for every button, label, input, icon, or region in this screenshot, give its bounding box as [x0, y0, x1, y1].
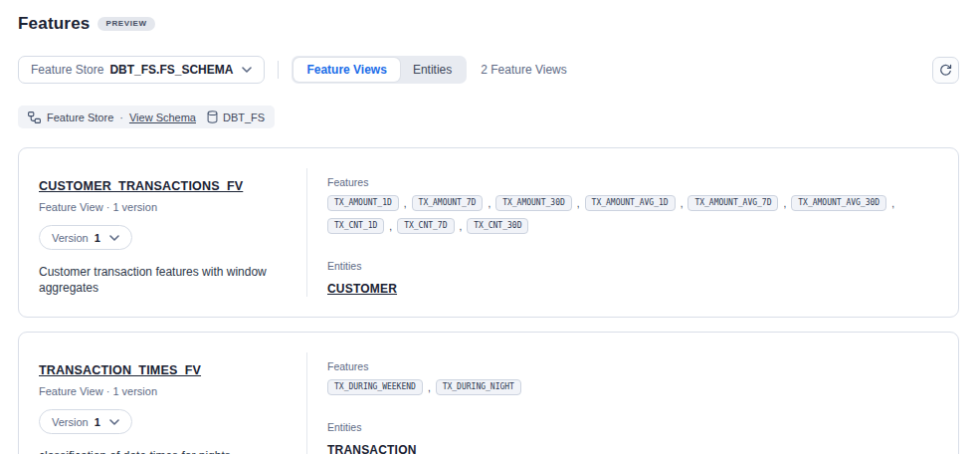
- page-title: Features: [18, 14, 90, 34]
- chevron-down-icon: [242, 67, 252, 73]
- feature-chip: TX_AMOUNT_1D: [327, 195, 399, 211]
- card-left-column: TRANSACTION_TIMES_FV Feature View · 1 ve…: [19, 352, 307, 454]
- tab-feature-views[interactable]: Feature Views: [294, 58, 399, 82]
- card-left-column: CUSTOMER_TRANSACTIONS_FV Feature View · …: [19, 168, 307, 297]
- feature-chip: TX_CNT_7D: [397, 218, 454, 234]
- breadcrumb-separator: ·: [119, 112, 123, 123]
- feature-chips: TX_DURING_WEEKEND,TX_DURING_NIGHT: [327, 379, 938, 395]
- version-dropdown[interactable]: Version 1: [39, 225, 132, 250]
- entities-section-label: Entities: [327, 421, 938, 433]
- features-section-label: Features: [327, 176, 938, 188]
- chip-comma-separator: ,: [389, 221, 392, 232]
- feature-chips: TX_AMOUNT_1D,TX_AMOUNT_7D,TX_AMOUNT_30D,…: [327, 195, 938, 234]
- feature-view-card: TRANSACTION_TIMES_FV Feature View · 1 ve…: [18, 332, 959, 454]
- entity-links: TRANSACTION: [327, 440, 938, 454]
- version-value: 1: [95, 232, 100, 244]
- entity-links: CUSTOMER: [327, 279, 938, 297]
- breadcrumb: Feature Store · View Schema DBT_FS: [18, 106, 275, 128]
- entity-link[interactable]: CUSTOMER: [327, 282, 397, 296]
- chip-comma-separator: ,: [460, 221, 463, 232]
- chevron-down-icon: [109, 419, 119, 425]
- chip-comma-separator: ,: [681, 198, 684, 209]
- breadcrumb-database: DBT_FS: [207, 111, 265, 123]
- feature-chip: TX_AMOUNT_7D: [412, 195, 484, 211]
- feature-store-value: DBT_FS.FS_SCHEMA: [109, 63, 233, 77]
- refresh-button[interactable]: [932, 57, 959, 84]
- entities-section-label: Entities: [327, 260, 938, 272]
- features-page: Features PREVIEW Feature Store DBT_FS.FS…: [0, 0, 980, 454]
- card-right-column: Features TX_DURING_WEEKEND,TX_DURING_NIG…: [307, 352, 958, 454]
- features-section-label: Features: [327, 360, 938, 372]
- chip-comma-separator: ,: [428, 382, 431, 393]
- feature-view-title-link[interactable]: CUSTOMER_TRANSACTIONS_FV: [39, 179, 243, 193]
- view-switcher: Feature Views Entities: [292, 56, 467, 84]
- feature-view-description: Customer transaction features with windo…: [39, 264, 287, 296]
- feature-chip: TX_DURING_WEEKEND: [327, 379, 423, 395]
- feature-view-subtitle: Feature View · 1 version: [39, 201, 287, 213]
- feature-chip: TX_AMOUNT_30D: [495, 195, 572, 211]
- entities-section: Entities TRANSACTION: [327, 421, 938, 454]
- feature-view-card: CUSTOMER_TRANSACTIONS_FV Feature View · …: [18, 147, 959, 318]
- feature-store-icon: [28, 112, 41, 123]
- page-header: Features PREVIEW: [18, 12, 959, 34]
- version-value: 1: [95, 416, 100, 428]
- chip-comma-separator: ,: [891, 198, 894, 209]
- feature-chip: TX_CNT_1D: [327, 218, 384, 234]
- feature-store-label: Feature Store: [31, 63, 103, 77]
- database-icon: [207, 111, 218, 123]
- feature-store-dropdown[interactable]: Feature Store DBT_FS.FS_SCHEMA: [18, 56, 265, 84]
- chevron-down-icon: [109, 235, 119, 241]
- view-schema-link[interactable]: View Schema: [129, 112, 196, 123]
- card-right-column: Features TX_AMOUNT_1D,TX_AMOUNT_7D,TX_AM…: [307, 168, 958, 297]
- toolbar-divider: [278, 61, 279, 79]
- toolbar: Feature Store DBT_FS.FS_SCHEMA Feature V…: [18, 56, 959, 84]
- entity-link[interactable]: TRANSACTION: [327, 443, 417, 454]
- feature-view-title-link[interactable]: TRANSACTION_TIMES_FV: [39, 363, 201, 377]
- chip-comma-separator: ,: [488, 198, 490, 209]
- database-name: DBT_FS: [223, 112, 265, 123]
- chip-comma-separator: ,: [577, 198, 580, 209]
- version-label: Version: [52, 416, 89, 428]
- chip-comma-separator: ,: [404, 198, 407, 209]
- tab-entities[interactable]: Entities: [400, 58, 465, 82]
- feature-view-subtitle: Feature View · 1 version: [39, 385, 287, 397]
- breadcrumb-store-label: Feature Store: [47, 112, 113, 123]
- chip-comma-separator: ,: [783, 198, 786, 209]
- version-label: Version: [52, 232, 89, 244]
- refresh-icon: [939, 64, 952, 77]
- feature-chip: TX_AMOUNT_AVG_30D: [791, 195, 886, 211]
- feature-chip: TX_DURING_NIGHT: [436, 379, 521, 395]
- feature-views-count: 2 Feature Views: [481, 63, 567, 77]
- entities-section: Entities CUSTOMER: [327, 260, 938, 297]
- preview-badge: PREVIEW: [98, 17, 154, 31]
- feature-chip: TX_CNT_30D: [467, 218, 528, 234]
- version-dropdown[interactable]: Version 1: [39, 409, 132, 434]
- feature-chip: TX_AMOUNT_AVG_7D: [687, 195, 778, 211]
- feature-chip: TX_AMOUNT_AVG_1D: [585, 195, 676, 211]
- feature-view-description: classification of date times for nights …: [39, 448, 287, 454]
